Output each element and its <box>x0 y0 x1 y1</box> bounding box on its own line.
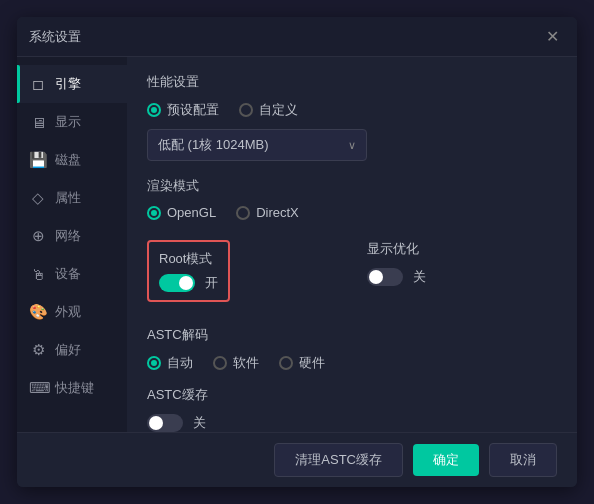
sidebar-item-preferences[interactable]: ⚙ 偏好 <box>17 331 127 369</box>
astc-cache-section: ASTC缓存 关 <box>147 386 557 432</box>
close-button[interactable]: ✕ <box>540 25 565 48</box>
astc-cache-toggle[interactable] <box>147 414 183 432</box>
radio-opengl-label: OpenGL <box>167 205 216 220</box>
radio-opengl-circle <box>147 206 161 220</box>
sidebar-item-properties[interactable]: ◇ 属性 <box>17 179 127 217</box>
radio-opengl[interactable]: OpenGL <box>147 205 216 220</box>
performance-title: 性能设置 <box>147 73 557 91</box>
astc-decode-radio-group: 自动 软件 硬件 <box>147 354 557 372</box>
radio-auto-label: 自动 <box>167 354 193 372</box>
display-icon: 🖥 <box>29 114 47 131</box>
appearance-icon: 🎨 <box>29 303 47 321</box>
sidebar-label-shortcuts: 快捷键 <box>55 379 94 397</box>
main-panel: 性能设置 预设配置 自定义 低配 (1核 1024MB) ∨ <box>127 57 577 432</box>
sidebar-item-devices[interactable]: 🖱 设备 <box>17 255 127 293</box>
sidebar-label-network: 网络 <box>55 227 81 245</box>
astc-cache-toggle-row: 关 <box>147 414 557 432</box>
astc-decode-section: ASTC解码 自动 软件 硬件 <box>147 326 557 372</box>
sidebar-label-engine: 引擎 <box>55 75 81 93</box>
dialog-title: 系统设置 <box>29 28 81 46</box>
radio-directx-label: DirectX <box>256 205 299 220</box>
render-col: 渲染模式 OpenGL DirectX <box>147 177 557 230</box>
cancel-button[interactable]: 取消 <box>489 443 557 477</box>
clear-cache-button[interactable]: 清理ASTC缓存 <box>274 443 403 477</box>
performance-radio-group: 预设配置 自定义 <box>147 101 557 119</box>
devices-icon: 🖱 <box>29 266 47 283</box>
root-mode-box: Root模式 开 <box>147 240 230 302</box>
settings-dialog: 系统设置 ✕ □ 引擎 🖥 显示 💾 磁盘 ◇ 属性 ⊕ 网络 <box>17 17 577 487</box>
dropdown-arrow-icon: ∨ <box>348 139 356 152</box>
radio-preset-circle <box>147 103 161 117</box>
root-mode-title: Root模式 <box>159 250 218 268</box>
shortcuts-icon: ⌨ <box>29 379 47 397</box>
display-optimize-col: 显示优化 关 <box>367 240 557 286</box>
sidebar-label-preferences: 偏好 <box>55 341 81 359</box>
sidebar: □ 引擎 🖥 显示 💾 磁盘 ◇ 属性 ⊕ 网络 🖱 设备 <box>17 57 127 432</box>
radio-custom-label: 自定义 <box>259 101 298 119</box>
content-area: □ 引擎 🖥 显示 💾 磁盘 ◇ 属性 ⊕ 网络 🖱 设备 <box>17 57 577 432</box>
radio-software-circle <box>213 356 227 370</box>
astc-decode-title: ASTC解码 <box>147 326 557 344</box>
radio-auto-circle <box>147 356 161 370</box>
root-col: Root模式 开 <box>147 240 337 314</box>
display-optimize-label: 关 <box>413 268 426 286</box>
radio-software[interactable]: 软件 <box>213 354 259 372</box>
network-icon: ⊕ <box>29 227 47 245</box>
radio-directx-circle <box>236 206 250 220</box>
radio-custom-circle <box>239 103 253 117</box>
root-mode-toggle[interactable] <box>159 274 195 292</box>
sidebar-label-appearance: 外观 <box>55 303 81 321</box>
confirm-button[interactable]: 确定 <box>413 444 479 476</box>
render-title: 渲染模式 <box>147 177 557 195</box>
radio-hardware[interactable]: 硬件 <box>279 354 325 372</box>
root-mode-knob <box>179 276 193 290</box>
render-radio-group: OpenGL DirectX <box>147 205 557 220</box>
render-display-row: 渲染模式 OpenGL DirectX <box>147 177 557 230</box>
display-optimize-knob <box>369 270 383 284</box>
preferences-icon: ⚙ <box>29 341 47 359</box>
radio-preset[interactable]: 预设配置 <box>147 101 219 119</box>
root-mode-label: 开 <box>205 274 218 292</box>
performance-section: 性能设置 预设配置 自定义 低配 (1核 1024MB) ∨ <box>147 73 557 161</box>
radio-software-label: 软件 <box>233 354 259 372</box>
root-display-row: Root模式 开 显示优化 <box>147 240 557 314</box>
display-optimize-title: 显示优化 <box>367 240 557 258</box>
sidebar-item-appearance[interactable]: 🎨 外观 <box>17 293 127 331</box>
sidebar-item-engine[interactable]: □ 引擎 <box>17 65 127 103</box>
root-toggle-row: 开 <box>159 274 218 292</box>
radio-custom[interactable]: 自定义 <box>239 101 298 119</box>
astc-cache-label: 关 <box>193 414 206 432</box>
dropdown-value: 低配 (1核 1024MB) <box>158 136 269 154</box>
display-optimize-toggle[interactable] <box>367 268 403 286</box>
sidebar-item-display[interactable]: 🖥 显示 <box>17 103 127 141</box>
display-optimize-toggle-row: 关 <box>367 268 557 286</box>
sidebar-item-disk[interactable]: 💾 磁盘 <box>17 141 127 179</box>
radio-hardware-circle <box>279 356 293 370</box>
radio-preset-label: 预设配置 <box>167 101 219 119</box>
sidebar-item-shortcuts[interactable]: ⌨ 快捷键 <box>17 369 127 407</box>
sidebar-label-devices: 设备 <box>55 265 81 283</box>
sidebar-label-properties: 属性 <box>55 189 81 207</box>
radio-hardware-label: 硬件 <box>299 354 325 372</box>
sidebar-item-network[interactable]: ⊕ 网络 <box>17 217 127 255</box>
engine-icon: □ <box>29 76 47 93</box>
radio-auto[interactable]: 自动 <box>147 354 193 372</box>
preset-dropdown[interactable]: 低配 (1核 1024MB) ∨ <box>147 129 367 161</box>
title-bar: 系统设置 ✕ <box>17 17 577 57</box>
astc-cache-title: ASTC缓存 <box>147 386 557 404</box>
sidebar-label-disk: 磁盘 <box>55 151 81 169</box>
dialog-footer: 清理ASTC缓存 确定 取消 <box>17 432 577 487</box>
properties-icon: ◇ <box>29 189 47 207</box>
disk-icon: 💾 <box>29 151 47 169</box>
radio-directx[interactable]: DirectX <box>236 205 299 220</box>
astc-cache-knob <box>149 416 163 430</box>
sidebar-label-display: 显示 <box>55 113 81 131</box>
